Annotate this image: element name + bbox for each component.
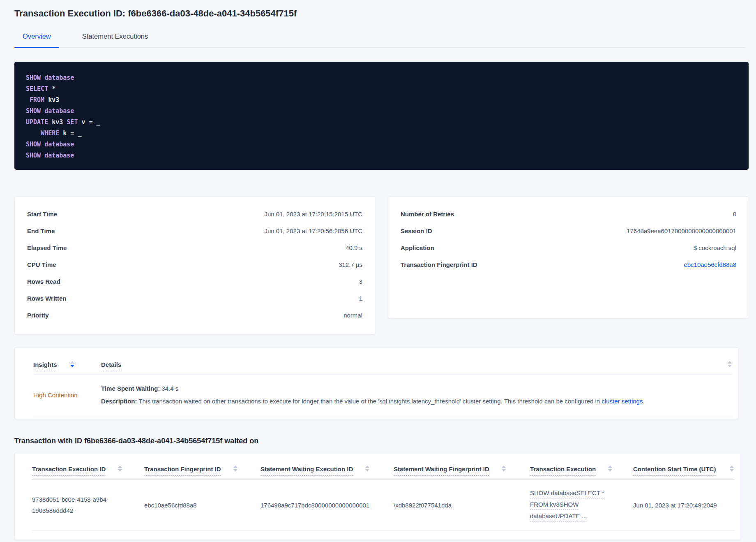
stat-row-cpu-time: CPU Time 312.7 µs (27, 256, 362, 273)
stat-row-retries: Number of Retries 0 (401, 206, 736, 222)
column-header-insights[interactable]: Insights (33, 361, 57, 371)
sort-carets-icon[interactable] (730, 466, 734, 472)
column-header-details[interactable]: Details (101, 361, 121, 371)
sort-up-icon (233, 466, 237, 468)
insights-table-header: Insights Details (33, 348, 733, 375)
txn-execution-link-cell: SHOW databaseSELECT * FROM kv3SHOW datab… (530, 489, 633, 521)
stat-row-elapsed-time: Elapsed Time 40.9 s (27, 239, 362, 256)
sort-down-icon (502, 469, 506, 472)
insight-details: Time Spent Waiting: 34.4 s Description: … (101, 384, 733, 406)
stat-value: 1 (359, 295, 362, 302)
txn-execution-id-cell: 9738d051-bc0e-4158-a9b4-1903586ddd42 (32, 494, 144, 516)
waited-on-table: Transaction Execution ID Transaction Fin… (14, 453, 741, 540)
sort-down-icon (365, 469, 369, 472)
page-title: Transaction Execution ID: f6be6366-da03-… (14, 8, 297, 19)
stat-row-priority: Priority normal (27, 307, 362, 324)
transaction-execution-link[interactable]: SHOW databaseSELECT * (530, 489, 604, 498)
stmt-waiting-fingerprint-id-cell: \xdb8922f077541dda (394, 500, 530, 511)
insights-table: Insights Details High Contention Time Sp… (14, 347, 739, 419)
sql-statements: SHOW databaseSELECT * FROM kv3SHOW datab… (14, 62, 749, 170)
stat-value: Jun 01, 2023 at 17:20:56:2056 UTC (264, 227, 362, 234)
session-details-card: Number of Retries 0 Session ID 17648a9ee… (388, 197, 749, 319)
sort-down-icon (608, 469, 612, 472)
stat-label: Transaction Fingerprint ID (401, 261, 477, 268)
waited-on-table-header: Transaction Execution ID Transaction Fin… (32, 453, 735, 479)
txn-fingerprint-id-cell: ebc10ae56cfd88a8 (144, 500, 260, 511)
tab-statement-executions[interactable]: Statement Executions (74, 32, 157, 47)
stat-value: $ cockroach sql (694, 244, 736, 251)
cluster-settings-link[interactable]: cluster settings (602, 398, 643, 405)
sort-carets-icon[interactable] (233, 466, 237, 472)
stat-label: CPU Time (27, 261, 56, 268)
stat-label: Session ID (401, 227, 432, 234)
stat-row-rows-read: Rows Read 3 (27, 273, 362, 290)
stat-value: 17648a9eea6017800000000000000001 (627, 227, 736, 234)
sort-up-icon (70, 361, 74, 364)
stat-value: Jun 01, 2023 at 17:20:15:2015 UTC (264, 211, 362, 218)
transaction-execution-link[interactable]: FROM kv3SHOW (530, 500, 579, 510)
column-header-contention-start-time[interactable]: Contention Start Time (UTC) (633, 466, 716, 476)
time-spent-waiting-value: 34.4 s (160, 385, 178, 392)
contention-start-time-cell: Jun 01, 2023 at 17:20:49:2049 (633, 500, 735, 511)
insight-type-label: High Contention (33, 391, 101, 398)
stat-value: 40.9 s (346, 244, 362, 251)
transaction-execution-link[interactable]: databaseUPDATE ... (530, 512, 587, 521)
description-label: Description: (101, 398, 137, 405)
sort-carets-icon[interactable] (608, 466, 612, 472)
sort-carets-icon[interactable] (365, 466, 369, 472)
stat-label: Rows Written (27, 295, 67, 302)
sort-up-icon (118, 466, 122, 468)
column-header-txn-execution[interactable]: Transaction Execution (530, 466, 596, 476)
sort-carets-icon[interactable] (118, 466, 122, 472)
stat-row-end-time: End Time Jun 01, 2023 at 17:20:56:2056 U… (27, 222, 362, 239)
insight-row: High Contention Time Spent Waiting: 34.4… (33, 375, 733, 415)
stat-value: 312.7 µs (339, 261, 362, 268)
stat-label: Number of Retries (401, 211, 454, 218)
sort-down-icon (233, 469, 237, 472)
stat-value: 0 (733, 211, 736, 218)
column-header-stmt-waiting-execution-id[interactable]: Statement Waiting Execution ID (260, 466, 353, 476)
sort-carets-icon[interactable] (70, 361, 74, 367)
stat-label: Priority (27, 312, 49, 319)
tab-overview[interactable]: Overview (14, 32, 59, 47)
stat-row-rows-written: Rows Written 1 (27, 290, 362, 307)
column-header-stmt-waiting-fingerprint-id[interactable]: Statement Waiting Fingerprint ID (394, 466, 489, 476)
stat-row-start-time: Start Time Jun 01, 2023 at 17:20:15:2015… (27, 206, 362, 222)
time-spent-waiting-label: Time Spent Waiting: (101, 385, 160, 392)
column-header-txn-execution-id[interactable]: Transaction Execution ID (32, 466, 106, 476)
table-row: 9738d051-bc0e-4158-a9b4-1903586ddd42 ebc… (32, 479, 735, 531)
stat-label: Application (401, 244, 434, 251)
description-period: . (643, 398, 644, 405)
sort-carets-icon[interactable] (502, 466, 506, 472)
stat-label: Rows Read (27, 278, 60, 285)
stat-label: Start Time (27, 211, 57, 218)
stat-label: End Time (27, 227, 55, 234)
execution-details-card: Start Time Jun 01, 2023 at 17:20:15:2015… (14, 197, 375, 334)
sort-up-icon (502, 466, 506, 468)
waited-on-heading: Transaction with ID f6be6366-da03-48de-a… (14, 437, 258, 445)
description-text: This transaction waited on other transac… (137, 398, 602, 405)
sort-down-icon (730, 469, 734, 472)
sort-down-icon (728, 365, 732, 367)
stat-row-application: Application $ cockroach sql (401, 239, 736, 256)
sort-up-icon (365, 466, 369, 468)
column-header-txn-fingerprint-id[interactable]: Transaction Fingerprint ID (144, 466, 221, 476)
stmt-waiting-execution-id-cell: 176498a9c717bdc80000000000000001 (260, 500, 394, 511)
stat-row-session-id: Session ID 17648a9eea6017800000000000000… (401, 222, 736, 239)
tab-bar: Overview Statement Executions (14, 27, 744, 48)
sort-down-icon (118, 469, 122, 472)
sort-up-icon (730, 466, 734, 468)
sort-down-icon (70, 365, 74, 367)
sort-up-icon (728, 361, 732, 364)
sort-up-icon (608, 466, 612, 468)
transaction-fingerprint-link[interactable]: ebc10ae56cfd88a8 (684, 261, 736, 268)
stat-label: Elapsed Time (27, 244, 67, 251)
stat-value: 3 (359, 278, 362, 285)
sort-carets-icon[interactable] (728, 361, 732, 367)
stat-value: normal (343, 312, 362, 319)
stat-row-txn-fingerprint: Transaction Fingerprint ID ebc10ae56cfd8… (401, 256, 736, 273)
